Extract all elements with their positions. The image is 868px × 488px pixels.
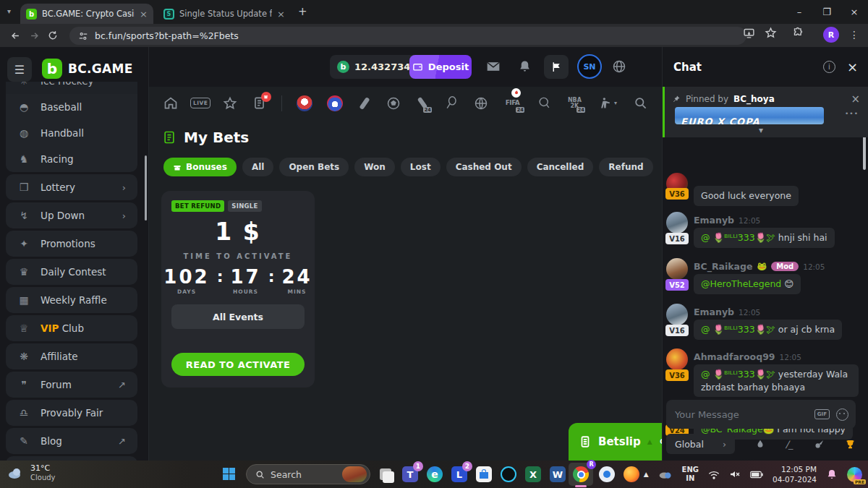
window-close-button[interactable]: × — [841, 0, 868, 24]
browser-tab-inactive[interactable]: S Single Status Update from 07/0 × — [158, 4, 291, 24]
mention[interactable]: @HeroTheLegend — [701, 278, 781, 289]
slash-command-icon[interactable]: /_ — [786, 439, 793, 450]
forward-icon[interactable] — [25, 26, 43, 45]
nba2k-icon[interactable]: NBA2K 24 — [566, 95, 583, 112]
avatar[interactable] — [666, 212, 688, 234]
sidebar-item-handball[interactable]: ◍ Handball — [6, 120, 137, 146]
alexa-icon[interactable] — [499, 465, 518, 484]
bell-icon[interactable] — [518, 59, 532, 73]
extensions-icon[interactable] — [792, 27, 804, 39]
profile-avatar[interactable]: R — [823, 27, 839, 43]
taskbar-weather[interactable]: 31°CCloudy — [7, 463, 55, 482]
gif-icon[interactable]: GIF — [814, 409, 830, 419]
pinned-more-icon[interactable]: ••• — [845, 110, 859, 117]
send-to-device-icon[interactable] — [743, 27, 755, 39]
eye-app-icon[interactable] — [597, 465, 616, 484]
pinned-expand-chevron-icon[interactable]: ▾ — [759, 125, 763, 135]
basketball-icon[interactable] — [473, 95, 488, 112]
language-indicator[interactable]: ENGIN — [682, 466, 699, 484]
l-app-icon[interactable]: L 2 — [450, 465, 469, 484]
hamburger-menu-icon[interactable]: ☰ — [7, 57, 32, 82]
filter-pill[interactable]: Open Bets — [279, 158, 349, 176]
username[interactable]: BC_Raikage — [694, 261, 752, 272]
sports-flag-icon[interactable] — [544, 55, 569, 79]
tab-close-icon[interactable]: × — [140, 9, 148, 19]
pinned-close-icon[interactable]: × — [851, 93, 860, 106]
copilot-icon[interactable]: PRE — [847, 467, 862, 482]
my-bets-icon[interactable] — [252, 95, 266, 112]
cricket-24-icon[interactable]: 24 — [415, 95, 430, 112]
filter-pill[interactable]: Cashed Out — [446, 158, 522, 176]
site-info-icon[interactable] — [78, 31, 88, 41]
trophy-icon[interactable] — [845, 439, 856, 450]
browser-menu-icon[interactable]: ⋮ — [849, 29, 859, 40]
sidebar-item-baseball[interactable]: ◓ Baseball — [6, 94, 137, 120]
back-icon[interactable] — [6, 26, 25, 45]
url-bar[interactable]: bc.fun/sports?bt-path=%2Fbets — [69, 27, 746, 45]
username[interactable]: Emanyb — [694, 215, 734, 226]
username[interactable]: Ahmadfarooq99 — [694, 351, 775, 362]
new-tab-button[interactable]: + — [298, 5, 307, 18]
channel-selector[interactable]: Global › — [666, 434, 735, 454]
filter-pill[interactable]: Lost — [401, 158, 441, 176]
deposit-button[interactable]: Deposit — [409, 55, 472, 79]
all-events-button[interactable]: All Events — [171, 304, 305, 329]
globe-icon[interactable] — [612, 59, 626, 74]
search-icon[interactable] — [634, 95, 648, 112]
bcgame-logo[interactable]: b BC.GAME — [42, 59, 133, 79]
info-icon[interactable]: i — [823, 61, 835, 73]
table-tennis-icon[interactable] — [537, 95, 551, 112]
onedrive-network-icon[interactable] — [658, 469, 673, 479]
taskbar-search[interactable]: Search — [246, 464, 370, 484]
taskbar-clock[interactable]: 12:05 PM04-07-2024 — [773, 464, 817, 484]
browser-tab-active[interactable]: b BC.GAME: Crypto Casino Game × — [20, 4, 153, 24]
username[interactable]: Emanyb — [694, 307, 734, 317]
start-button[interactable] — [223, 468, 235, 480]
home-icon[interactable] — [163, 95, 178, 112]
euro-2024-icon[interactable] — [297, 95, 312, 112]
live-events-icon[interactable]: LIVE — [192, 95, 208, 112]
microsoft-store-icon[interactable] — [475, 465, 493, 484]
excel-icon[interactable]: X — [524, 465, 542, 484]
tab-search-chevron-icon[interactable]: ▾ — [7, 7, 11, 15]
filter-pill[interactable]: Cancelled — [527, 158, 594, 176]
sidebar-item-up-down[interactable]: ↯ Up Down › — [6, 202, 137, 228]
volume-muted-icon[interactable] — [729, 469, 741, 479]
mention[interactable]: @ 🌷ᴮᴵᴸᴸᴵ333🌷🕊 — [701, 369, 775, 380]
chrome-icon-active[interactable]: R — [569, 463, 593, 486]
rain-drop-icon[interactable] — [755, 439, 765, 449]
sidebar-item-provably-fair[interactable]: ♎ Provably Fair — [6, 400, 137, 426]
task-view-icon[interactable] — [376, 465, 395, 484]
comet-icon[interactable] — [814, 439, 825, 450]
sidebar-item-racing[interactable]: ♞ Racing — [6, 146, 137, 172]
tab-close-icon[interactable]: × — [277, 9, 285, 19]
fifa-24-icon[interactable]: FIFA 24 — [503, 95, 523, 112]
tray-expand-chevron-icon[interactable]: ▲ — [644, 471, 649, 478]
sidebar-item-daily-contest[interactable]: ♛ Daily Contest — [6, 259, 137, 285]
avatar[interactable] — [666, 348, 688, 370]
window-restore-button[interactable]: ❐ — [813, 0, 841, 24]
sidebar-item-ice-hockey[interactable]: ✳ Ice Hockey — [6, 82, 137, 94]
tennis-racket-icon[interactable] — [444, 95, 459, 112]
window-minimize-button[interactable]: – — [786, 0, 813, 24]
filter-pill[interactable]: Won — [354, 158, 395, 176]
copa-america-icon[interactable] — [327, 95, 343, 112]
mail-icon[interactable] — [486, 59, 501, 74]
avatar[interactable] — [666, 258, 688, 280]
battery-icon[interactable] — [750, 471, 763, 479]
teams-icon[interactable]: T 1 — [401, 465, 420, 484]
mention[interactable]: @ 🌷ᴮᴵᴸᴸᴵ333🌷🕊 — [701, 232, 775, 243]
edge-icon[interactable]: e — [425, 465, 444, 484]
sidebar-scrollbar[interactable] — [145, 155, 147, 221]
chat-message-input[interactable] — [673, 408, 808, 421]
cricket-bat-icon[interactable] — [357, 95, 372, 112]
firefox-icon[interactable] — [622, 465, 641, 484]
sidebar-item-promotions[interactable]: ✦ Promotions — [6, 231, 137, 257]
mention[interactable]: @ 🌷ᴮᴵᴸᴸᴵ333🌷🕊 — [701, 324, 775, 335]
word-icon[interactable]: W — [548, 465, 567, 484]
bookmark-star-icon[interactable] — [765, 27, 777, 39]
sidebar-item-blog[interactable]: ✎ Blog ↗ — [6, 428, 137, 454]
sidebar-item-vip-club[interactable]: ♕ VIP Club — [6, 315, 137, 341]
sidebar-item-weekly-raffle[interactable]: ▦ Weekly Raffle — [6, 287, 137, 313]
pinned-banner-image[interactable]: EURO X COPA — [675, 107, 824, 124]
